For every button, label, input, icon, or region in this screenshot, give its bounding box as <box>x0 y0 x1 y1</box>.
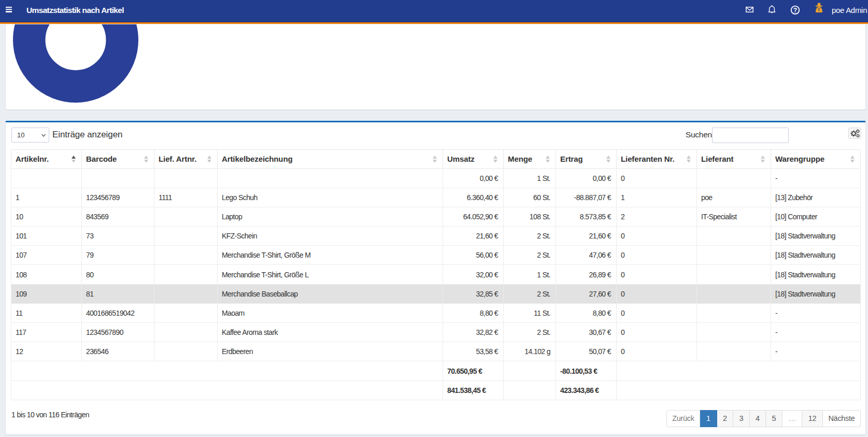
svg-text:?: ? <box>793 7 798 14</box>
